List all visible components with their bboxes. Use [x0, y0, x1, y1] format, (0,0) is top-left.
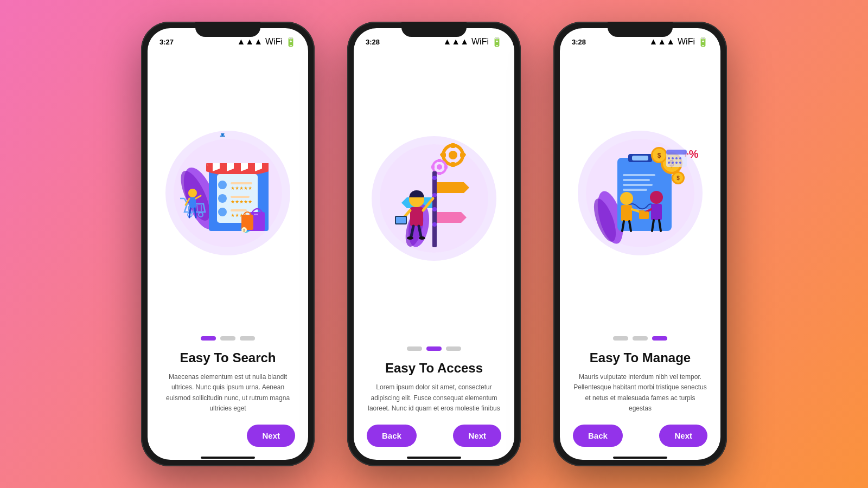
svg-text:★★★★★: ★★★★★ — [231, 185, 252, 191]
phone-2-time: 3:28 — [366, 38, 380, 46]
svg-text:$: $ — [676, 175, 680, 181]
navigation-illustration — [374, 139, 494, 258]
phone-2-next-button[interactable]: Next — [453, 425, 501, 447]
phone-3-status-icons: ▲▲▲ WiFi 🔋 — [649, 37, 709, 47]
svg-rect-78 — [623, 189, 647, 191]
phone-2-desc: Lorem ipsum dolor sit amet, consectetur … — [367, 382, 501, 414]
phone-2-illustration-circle — [372, 136, 496, 261]
svg-point-14 — [218, 208, 227, 216]
svg-rect-106 — [651, 204, 662, 220]
svg-point-92 — [668, 157, 670, 159]
svg-point-38 — [449, 151, 457, 159]
svg-rect-50 — [431, 165, 435, 169]
phone-1-screen: 3:27 ▲▲▲ WiFi 🔋 — [148, 28, 308, 460]
dot-1-3 — [240, 336, 255, 341]
svg-point-93 — [672, 157, 674, 159]
phone-3-illustration-circle: $ $ $ +% — [578, 131, 703, 255]
dot-3-3 — [652, 336, 667, 341]
svg-rect-12 — [231, 196, 250, 198]
phone-1-notch — [195, 22, 260, 37]
svg-rect-91 — [666, 150, 687, 155]
svg-rect-47 — [438, 159, 441, 162]
phone-container: 3:27 ▲▲▲ WiFi 🔋 — [141, 22, 727, 466]
phone-1-next-button[interactable]: Next — [247, 425, 295, 447]
svg-rect-75 — [623, 174, 655, 176]
svg-rect-63 — [396, 217, 406, 223]
phone-1-status-icons: ▲▲▲ WiFi 🔋 — [237, 37, 297, 47]
phone-1-desc: Maecenas elementum est ut nulla blandit … — [161, 372, 295, 414]
svg-text:★★★★★: ★★★★★ — [231, 199, 252, 204]
svg-point-25 — [188, 189, 197, 197]
phone-2-status-icons: ▲▲▲ WiFi 🔋 — [443, 37, 503, 47]
svg-rect-40 — [451, 162, 455, 167]
phone-3-bottom: Easy To Manage Mauris vulputate interdum… — [560, 336, 720, 460]
svg-point-55 — [432, 222, 437, 227]
phone-2-back-button[interactable]: Back — [367, 425, 417, 447]
svg-rect-59 — [410, 207, 423, 226]
dot-2-3 — [446, 346, 461, 351]
dot-1-1 — [201, 336, 216, 341]
phone-1-home-bar — [201, 457, 255, 459]
svg-rect-32 — [254, 214, 258, 215]
phone-3: 3:28 ▲▲▲ WiFi 🔋 — [553, 22, 727, 466]
phone-1-title: Easy To Search — [161, 350, 295, 365]
svg-rect-39 — [451, 143, 455, 148]
wifi-icon-2: WiFi — [471, 37, 489, 47]
svg-point-67 — [419, 236, 425, 240]
phone-2-illustration-area — [354, 50, 514, 346]
phone-1-btn-row: Next — [161, 425, 295, 447]
phone-3-home-bar — [613, 457, 667, 459]
shopping-illustration: 👤 ★★★★★ ★★★★★ ★★★★ — [168, 133, 288, 253]
svg-point-95 — [679, 157, 681, 159]
phone-3-dots — [573, 336, 707, 341]
svg-rect-26 — [189, 197, 196, 208]
battery-icon-3: 🔋 — [698, 37, 709, 47]
svg-rect-49 — [444, 165, 448, 169]
svg-rect-108 — [639, 211, 649, 219]
phone-2-screen: 3:28 ▲▲▲ WiFi 🔋 — [354, 28, 514, 460]
phone-3-next-button[interactable]: Next — [659, 425, 707, 447]
svg-point-53 — [432, 193, 437, 197]
svg-point-11 — [218, 194, 227, 203]
phone-3-back-button[interactable]: Back — [573, 425, 623, 447]
phone-3-desc: Mauris vulputate interdum nibh vel tempo… — [573, 372, 707, 414]
dot-3-1 — [613, 336, 628, 341]
svg-point-99 — [679, 162, 681, 164]
battery-icon-2: 🔋 — [492, 37, 502, 47]
phone-1-dots — [161, 336, 295, 341]
phone-3-time: 3:28 — [572, 38, 586, 46]
phone-3-illustration-area: $ $ $ +% — [560, 50, 720, 336]
battery-icon: 🔋 — [285, 37, 296, 47]
svg-point-94 — [675, 157, 678, 159]
svg-point-100 — [620, 192, 633, 205]
phone-1-illustration-circle: 👤 ★★★★★ ★★★★★ ★★★★ — [165, 131, 290, 255]
phone-3-btn-row: Back Next — [573, 425, 707, 447]
svg-rect-15 — [231, 209, 247, 211]
phone-1: 3:27 ▲▲▲ WiFi 🔋 — [141, 22, 315, 466]
svg-line-21 — [188, 206, 189, 211]
phone-3-screen: 3:28 ▲▲▲ WiFi 🔋 — [560, 28, 720, 460]
svg-point-98 — [675, 162, 678, 164]
dot-1-2 — [220, 336, 235, 341]
svg-point-96 — [668, 162, 670, 164]
svg-text:$: $ — [658, 152, 661, 159]
finance-illustration: $ $ $ +% — [580, 133, 700, 253]
svg-rect-74 — [632, 156, 648, 160]
svg-rect-76 — [623, 179, 650, 181]
signal-icon: ▲▲▲ — [237, 37, 263, 47]
svg-point-105 — [650, 191, 663, 204]
wifi-icon: WiFi — [265, 37, 283, 47]
svg-point-7 — [218, 181, 227, 189]
dot-2-1 — [407, 346, 422, 351]
dot-3-2 — [633, 336, 648, 341]
phone-2-title: Easy To Access — [367, 361, 501, 376]
svg-point-97 — [672, 162, 674, 164]
svg-rect-9 — [231, 182, 252, 184]
phone-2-home-bar — [407, 457, 461, 459]
phone-3-title: Easy To Manage — [573, 350, 707, 365]
signal-icon-2: ▲▲▲ — [443, 37, 469, 47]
svg-point-54 — [432, 207, 437, 211]
svg-text:👤: 👤 — [219, 133, 226, 137]
phone-2-btn-row: Back Next — [367, 425, 501, 447]
wifi-icon-3: WiFi — [678, 37, 695, 47]
